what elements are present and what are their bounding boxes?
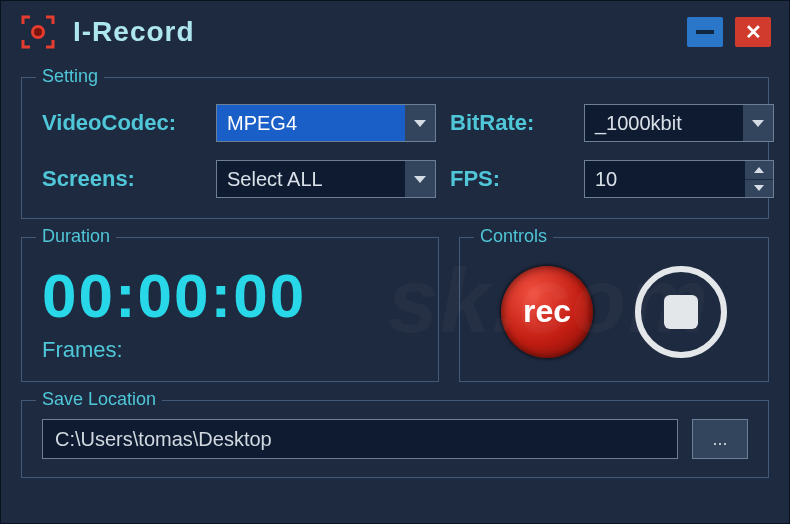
minimize-icon xyxy=(696,30,714,34)
save-path-input[interactable]: C:\Users\tomas\Desktop xyxy=(42,419,678,459)
screens-select[interactable]: Select ALL xyxy=(216,160,436,198)
fps-spinner[interactable]: 10 xyxy=(584,160,774,198)
titlebar: I-Record ✕ xyxy=(1,1,789,59)
chevron-down-icon xyxy=(405,105,435,141)
duration-group: Duration 00:00:00 Frames: xyxy=(21,237,439,382)
controls-group: Controls rec xyxy=(459,237,769,382)
app-title: I-Record xyxy=(73,16,195,48)
save-location-legend: Save Location xyxy=(36,389,162,410)
record-icon: rec xyxy=(523,293,571,330)
frames-label-text: Frames: xyxy=(42,337,123,362)
fps-value: 10 xyxy=(585,161,745,197)
svg-point-1 xyxy=(34,28,42,36)
videocodec-label: VideoCodec: xyxy=(42,110,202,136)
chevron-down-icon xyxy=(405,161,435,197)
setting-legend: Setting xyxy=(36,66,104,87)
screens-value: Select ALL xyxy=(217,161,405,197)
fps-up-button[interactable] xyxy=(745,161,773,180)
bitrate-label: BitRate: xyxy=(450,110,570,136)
frames-label: Frames: xyxy=(42,337,418,363)
bitrate-value: _1000kbit xyxy=(585,105,743,141)
chevron-down-icon xyxy=(743,105,773,141)
setting-group: Setting VideoCodec: MPEG4 BitRate: _1000… xyxy=(21,77,769,219)
stop-button[interactable] xyxy=(635,266,727,358)
fps-down-button[interactable] xyxy=(745,180,773,198)
screens-label: Screens: xyxy=(42,166,202,192)
videocodec-value: MPEG4 xyxy=(217,105,405,141)
fps-label: FPS: xyxy=(450,166,570,192)
controls-legend: Controls xyxy=(474,226,553,247)
close-icon: ✕ xyxy=(745,22,762,42)
bitrate-select[interactable]: _1000kbit xyxy=(584,104,774,142)
close-button[interactable]: ✕ xyxy=(735,17,771,47)
save-location-group: Save Location C:\Users\tomas\Desktop ... xyxy=(21,400,769,478)
stop-icon xyxy=(664,295,698,329)
duration-legend: Duration xyxy=(36,226,116,247)
videocodec-select[interactable]: MPEG4 xyxy=(216,104,436,142)
duration-time: 00:00:00 xyxy=(42,260,418,331)
browse-button[interactable]: ... xyxy=(692,419,748,459)
record-button[interactable]: rec xyxy=(501,266,593,358)
minimize-button[interactable] xyxy=(687,17,723,47)
app-logo-icon xyxy=(19,13,57,51)
